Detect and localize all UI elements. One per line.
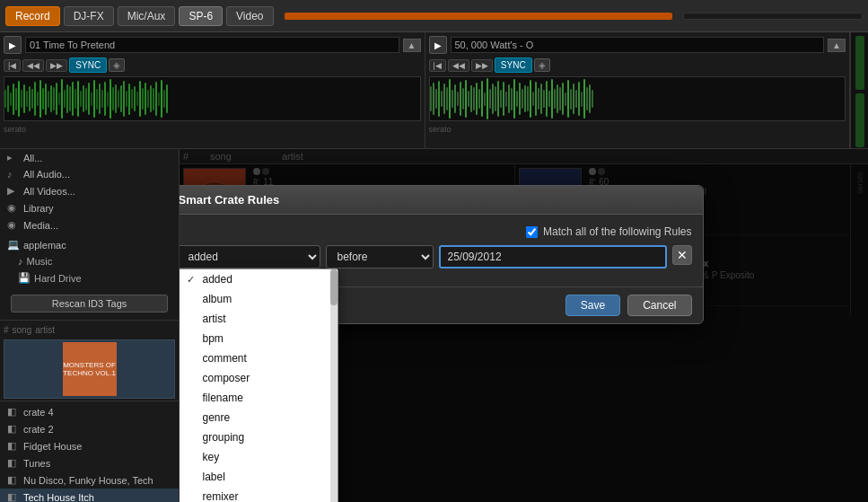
deck1-fwd-btn[interactable]: ▶▶: [46, 59, 67, 72]
dropdown-scrollbar[interactable]: [330, 269, 338, 502]
sidebar-label-all: All...: [23, 153, 42, 163]
harddrive-icon: 💾: [18, 272, 31, 284]
rule-value-input[interactable]: [439, 245, 667, 269]
sp6-button[interactable]: SP-6: [179, 6, 223, 26]
sidebar-label-library: Library: [23, 203, 54, 214]
vu-meter-2: [855, 93, 864, 147]
dropdown-item-filename[interactable]: filename: [180, 388, 338, 408]
audio-icon: ♪: [7, 169, 20, 180]
deck1-back-btn[interactable]: |◀: [4, 59, 21, 72]
dropdown-item-genre[interactable]: genre: [180, 408, 338, 427]
nudisco-icon: ◧: [7, 474, 20, 486]
fidget-icon: ◧: [7, 440, 20, 452]
deck-right-strip: [850, 32, 868, 148]
dropdown-item-key[interactable]: key: [180, 447, 338, 467]
modal-header: Smart Crate Rules: [180, 186, 703, 215]
sidebar-item-all[interactable]: ▸ All...: [0, 149, 179, 166]
scroll-thumb: [330, 269, 338, 305]
dropdown-item-comment[interactable]: comment: [180, 348, 338, 368]
record-button[interactable]: Record: [5, 6, 60, 26]
music-label: Music: [27, 256, 53, 267]
deck2-sync-button[interactable]: SYNC: [495, 57, 532, 73]
micaux-button[interactable]: Mic/Aux: [118, 6, 176, 26]
video-button[interactable]: Video: [226, 6, 273, 26]
sidebar-item-video[interactable]: ▶ All Videos...: [0, 182, 179, 199]
deck2-play-button[interactable]: ▶: [429, 36, 447, 54]
vu-meter-1: [855, 36, 864, 90]
sidebar-label-fidget: Fidget House: [23, 441, 82, 452]
sidebar-item-library[interactable]: ◉ Library: [0, 199, 179, 216]
djfx-button[interactable]: DJ-FX: [64, 6, 114, 26]
deck1-brand: serato: [4, 125, 26, 134]
sidebar-label-techhouse: Tech House Itch: [23, 492, 94, 503]
sidebar-sep-2: [0, 401, 179, 401]
crate-thumb-area: MONSTERS OF TECHNO VOL.1: [4, 339, 175, 399]
deck1-play-button[interactable]: ▶: [4, 36, 22, 54]
sidebar-label-crate4: crate 4: [23, 407, 54, 418]
techhouse-icon: ◧: [7, 491, 20, 502]
deck2-cue-btn[interactable]: ◀◀: [448, 59, 469, 72]
sidebar-label-tunes: Tunes: [23, 458, 50, 469]
deck-2: ▶ 50, 000 Watt's - O ▲ |◀ ◀◀ ▶▶ SYNC ◈: [425, 32, 851, 148]
match-all-row: Match all of the following Rules: [180, 225, 692, 238]
deck1-sync-button[interactable]: SYNC: [69, 57, 107, 73]
sidebar: ▸ All... ♪ All Audio... ▶ All Videos... …: [0, 149, 180, 502]
sidebar-item-nudisco[interactable]: ◧ Nu Disco, Funky House, Tech: [0, 471, 179, 489]
rescan-btn[interactable]: Rescan ID3 Tags: [11, 295, 168, 313]
deck-1: ▶ 01 Time To Pretend ▲ |◀ ◀◀ ▶▶ SYNC ◈: [0, 32, 425, 148]
rule-remove-button[interactable]: ✕: [672, 245, 692, 265]
sidebar-item-techhouse[interactable]: ◧ Tech House Itch: [0, 489, 179, 502]
match-all-checkbox[interactable]: [526, 226, 538, 238]
deck2-back-btn[interactable]: |◀: [429, 59, 446, 72]
crate-album-art: MONSTERS OF TECHNO VOL.1: [63, 342, 117, 396]
dropdown-item-remixer[interactable]: remixer: [180, 487, 338, 502]
dropdown-item-grouping[interactable]: grouping: [180, 427, 338, 447]
applemac-group: 💻 applemac ♪ Music 💾 Hard Drive: [0, 233, 179, 289]
sidebar-item-crate4[interactable]: ◧ crate 4: [0, 403, 179, 420]
rescan-container: Rescan ID3 Tags: [0, 289, 179, 318]
sidebar-item-fidget[interactable]: ◧ Fidget House: [0, 437, 179, 454]
match-all-label: Match all of the following Rules: [543, 225, 691, 238]
crate2-icon: ◧: [7, 423, 20, 435]
modal-overlay: Smart Crate Rules Match all of the follo…: [180, 149, 868, 502]
crate-table-header: #songartist: [0, 322, 179, 338]
dropdown-item-composer[interactable]: composer: [180, 368, 338, 388]
deck1-expand[interactable]: ▲: [403, 39, 421, 52]
media-icon: ◉: [7, 219, 20, 231]
condition-selector[interactable]: before: [326, 245, 434, 269]
library-icon: ◉: [7, 202, 20, 214]
deck2-fwd-btn[interactable]: ▶▶: [471, 59, 493, 72]
deck1-cue-btn[interactable]: ◀◀: [22, 59, 44, 72]
deck2-track-title: 50, 000 Watt's - O: [451, 37, 825, 53]
dropdown-item-label[interactable]: label: [180, 467, 338, 487]
mac-label: applemac: [23, 240, 66, 251]
sidebar-item-crate2[interactable]: ◧ crate 2: [0, 420, 179, 437]
field-selector[interactable]: added: [180, 245, 320, 269]
content-panel: # song artist BURNIN': [180, 149, 868, 502]
deck2-expand[interactable]: ▲: [828, 39, 846, 52]
sidebar-item-audio[interactable]: ♪ All Audio...: [0, 166, 179, 182]
sidebar-item-tunes[interactable]: ◧ Tunes: [0, 454, 179, 471]
crate4-icon: ◧: [7, 406, 20, 418]
sidebar-item-harddrive[interactable]: 💾 Hard Drive: [7, 269, 171, 286]
deck1-track-title: 01 Time To Pretend: [25, 37, 399, 53]
sidebar-label-audio: All Audio...: [23, 169, 70, 180]
dropdown-item-bpm[interactable]: bpm: [180, 329, 338, 348]
sidebar-item-music[interactable]: ♪ Music: [7, 253, 171, 269]
deck-area: ▶ 01 Time To Pretend ▲ |◀ ◀◀ ▶▶ SYNC ◈: [0, 32, 868, 149]
sidebar-label-media: Media...: [23, 220, 58, 231]
dropdown-item-added[interactable]: ✓ added: [180, 269, 338, 289]
dropdown-item-artist[interactable]: artist: [180, 309, 338, 329]
dropdown-item-album[interactable]: album: [180, 289, 338, 309]
deck2-vinyl: ◈: [534, 58, 550, 72]
save-button[interactable]: Save: [566, 295, 620, 316]
sidebar-item-media[interactable]: ◉ Media...: [0, 216, 179, 233]
tunes-icon: ◧: [7, 457, 20, 469]
video-icon: ▶: [7, 185, 20, 197]
rule-row-1: added ✓ added: [180, 245, 692, 269]
top-toolbar: Record DJ-FX Mic/Aux SP-6 Video: [0, 0, 868, 32]
smart-crate-modal: Smart Crate Rules Match all of the follo…: [180, 185, 704, 324]
cancel-button[interactable]: Cancel: [627, 295, 691, 316]
deck1-waveform: [4, 76, 421, 121]
field-selector-container: added ✓ added: [180, 245, 320, 269]
